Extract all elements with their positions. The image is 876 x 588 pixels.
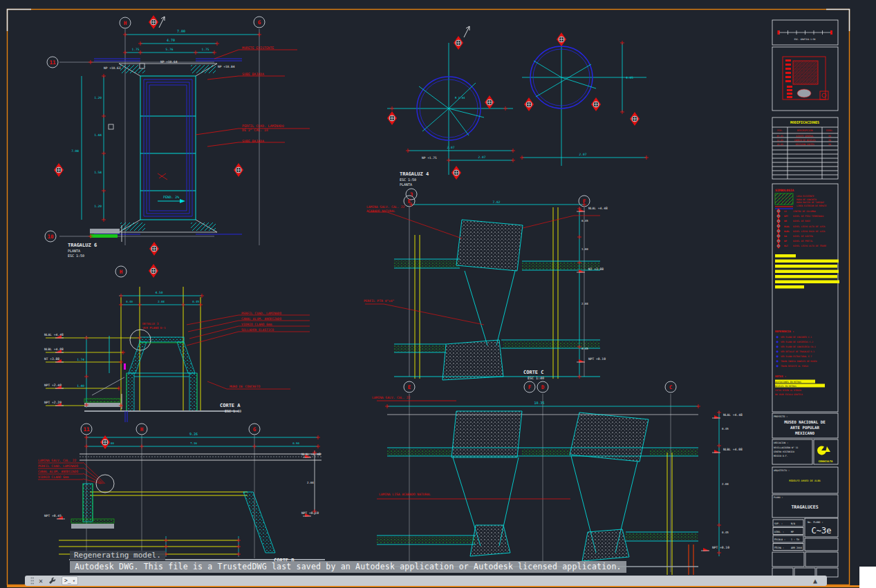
close-icon[interactable]: ✕ — [39, 576, 43, 586]
svg-text:REFERENCIA :: REFERENCIA : — [775, 330, 794, 333]
svg-text:REVISION CORTES: REVISION CORTES — [795, 143, 814, 146]
svg-text:PLANTA: PLANTA — [400, 182, 412, 187]
svg-text:20.03: 20.03 — [776, 143, 783, 146]
svg-text:TRAMA RESISTE AL FUEGO: TRAMA RESISTE AL FUEGO — [781, 365, 808, 368]
svg-text:VER PLANO DE CANCELERIA CA-1: VER PLANO DE CANCELERIA CA-1 — [781, 345, 816, 348]
collapse-arrow-icon[interactable]: ▲ — [813, 576, 817, 586]
svg-text:NIVEL DE PRETIL: NIVEL DE PRETIL — [793, 240, 813, 243]
svg-text:ESC 1:50: ESC 1:50 — [68, 254, 84, 258]
svg-text:NP +10.84: NP +10.84 — [218, 65, 235, 68]
command-line-bar[interactable]: ✕ >_ ▾ ▲ — [25, 576, 827, 586]
model-space-canvas[interactable]: TRAGALUZ 6PLANTAESC 1:507.004.701.755.76… — [0, 0, 876, 588]
svg-text:1.75: 1.75 — [202, 48, 209, 51]
svg-text:MUSEO NACIONAL DE: MUSEO NACIONAL DE — [784, 420, 826, 424]
svg-text:2.07: 2.07 — [478, 155, 486, 159]
svg-text:VIDRIO CLARO 6mm: VIDRIO CLARO 6mm — [241, 323, 272, 326]
drawing-circular-plan — [522, 38, 646, 166]
svg-text:ESCALA :: ESCALA : — [774, 538, 785, 541]
svg-text:10.35: 10.35 — [534, 401, 544, 405]
svg-text:DIBU. :: DIBU. : — [774, 531, 784, 533]
svg-text:LAMINA GALV. CAL. 22: LAMINA GALV. CAL. 22 — [38, 459, 77, 462]
prompt-icon: >_ — [64, 578, 71, 584]
svg-text:12.03: 12.03 — [776, 139, 783, 142]
svg-text:TRAGALUZ 4: TRAGALUZ 4 — [400, 171, 429, 177]
chevron-down-icon[interactable]: ▾ — [73, 578, 75, 584]
customize-wrench-icon[interactable] — [48, 576, 57, 585]
svg-text:ESC 1:50: ESC 1:50 — [400, 178, 416, 182]
svg-text:VER PLANO DE CONJUNTO C-1: VER PLANO DE CONJUNTO C-1 — [781, 336, 812, 339]
svg-text:2.07: 2.07 — [447, 146, 455, 149]
svg-text:MODIFICACIONES: MODIFICACIONES — [790, 120, 819, 124]
command-prompt-input[interactable]: >_ ▾ — [62, 576, 78, 585]
svg-text:CC: CC — [784, 210, 787, 213]
svg-text:SELLADOR ELASTICO: SELLADOR ELASTICO — [241, 328, 274, 332]
svg-text:NPT +2.20: NPT +2.20 — [44, 401, 62, 404]
svg-text:N/A: N/A — [791, 522, 795, 525]
svg-text:TRAGALUZ 6: TRAGALUZ 6 — [68, 243, 97, 248]
svg-text:NIVEL LECHO BAJO DE LOSA: NIVEL LECHO BAJO DE LOSA — [793, 230, 825, 233]
svg-text:CENTRO HISTORICO: CENTRO HISTORICO — [774, 451, 794, 453]
svg-text:1.00: 1.00 — [581, 247, 588, 251]
svg-text:5.76: 5.76 — [166, 48, 174, 51]
svg-text:NP +10.63: NP +10.63 — [104, 66, 121, 70]
svg-text:C: C — [669, 384, 673, 390]
svg-text:SUBE BAJADA: SUBE BAJADA — [242, 140, 264, 143]
svg-text:VER PLANO DE CUBIERTAS C-2: VER PLANO DE CUBIERTAS C-2 — [781, 341, 813, 343]
svg-text:TRAMA INDICA PANELES DE MUSEO: TRAMA INDICA PANELES DE MUSEO — [781, 360, 817, 363]
svg-text:NLBL +4.08: NLBL +4.08 — [723, 448, 743, 451]
svg-text:PLANTA: PLANTA — [68, 249, 80, 253]
drawing-corte-c — [365, 205, 600, 380]
svg-text:2.08: 2.08 — [158, 300, 165, 303]
svg-text:4.70: 4.70 — [167, 38, 175, 42]
svg-text:PERFIL CUAD. LAMINADO: PERFIL CUAD. LAMINADO — [38, 464, 78, 468]
svg-text:NLT: NLT — [784, 245, 788, 247]
svg-text:NPT +0.10: NPT +0.10 — [712, 546, 729, 549]
svg-text:F: F — [528, 384, 532, 390]
svg-text:ESC 1:40: ESC 1:40 — [528, 376, 544, 380]
svg-text:AJUSTE GENERAL: AJUSTE GENERAL — [796, 135, 813, 137]
svg-text:NIVEL DE AZOTEA: NIVEL DE AZOTEA — [793, 235, 813, 238]
svg-text:NLAL: NLAL — [784, 225, 790, 228]
svg-text:G: G — [253, 426, 257, 433]
svg-text:TRAGALUCES: TRAGALUCES — [791, 504, 818, 510]
svg-text:G: G — [258, 19, 261, 26]
svg-text:ACOTACIONES EN METROS: ACOTACIONES EN METROS — [775, 381, 801, 383]
svg-text:COTAS RIGEN AL DIBUJO: COTAS RIGEN AL DIBUJO — [775, 389, 801, 392]
svg-text:CANAL ALUM. ANODIZADO: CANAL ALUM. ANODIZADO — [241, 317, 281, 321]
svg-text:NIVEL DE PISO TERMINADO: NIVEL DE PISO TERMINADO — [793, 215, 823, 218]
svg-text:NIVEL LECHO ALTO DE LOSA: NIVEL LECHO ALTO DE LOSA — [793, 225, 825, 228]
svg-text:MURO DE CONCRETO: MURO DE CONCRETO — [796, 198, 817, 201]
drawing-tragaluz4-plan — [387, 26, 513, 175]
svg-text:E: E — [408, 384, 411, 390]
svg-text:NPT +0.45: NPT +0.45 — [44, 514, 62, 518]
svg-text:ESC 1:40: ESC 1:40 — [225, 409, 241, 413]
svg-text:H: H — [124, 20, 127, 26]
command-history-line: Regenerating model. — [70, 551, 165, 560]
svg-text:9.26: 9.26 — [189, 432, 198, 436]
svg-text:DIBU.: DIBU. — [826, 129, 833, 132]
svg-text:CANAL ALUM. ANODIZADO: CANAL ALUM. ANODIZADO — [38, 470, 78, 473]
svg-text:NOTAS :: NOTAS : — [775, 374, 786, 378]
drawing-corte-b — [38, 435, 325, 560]
svg-text:SUP. :: SUP. : — [774, 522, 783, 525]
svg-text:PERFIL PTR 4"x4": PERFIL PTR 4"x4" — [364, 299, 394, 303]
svg-text:1.20: 1.20 — [94, 205, 102, 208]
title-block-simbologia-hatch — [775, 193, 793, 209]
svg-text:2.08: 2.08 — [581, 302, 588, 305]
svg-text:NLAL +4.48: NLAL +4.48 — [301, 453, 321, 456]
svg-text:PROYECTO :: PROYECTO : — [774, 415, 788, 418]
svg-text:NIVEL DE BASE: NIVEL DE BASE — [793, 220, 810, 222]
drawing-corte-a — [46, 287, 310, 422]
svg-text:MURETE EXISTENTE: MURETE EXISTENTE — [242, 46, 274, 50]
svg-text:SIMBOLOGIA: SIMBOLOGIA — [775, 189, 794, 192]
svg-text:R 1.04: R 1.04 — [455, 96, 465, 99]
autocad-window: TRAGALUZ 6PLANTAESC 1:507.004.701.755.76… — [0, 0, 876, 588]
grip-handle-icon[interactable] — [30, 577, 34, 585]
svg-text:0.45: 0.45 — [581, 219, 588, 222]
svg-text:CORTE A: CORTE A — [220, 403, 241, 408]
svg-text:MP: MP — [791, 531, 794, 533]
svg-text:0.40: 0.40 — [126, 300, 133, 303]
svg-text:0.45: 0.45 — [722, 427, 729, 430]
svg-text:MURO MACIZO DE TABIQUE: MURO MACIZO DE TABIQUE — [796, 201, 824, 204]
svg-text:VER DETALLE DE TRAGALUZ D-3: VER DETALLE DE TRAGALUZ D-3 — [781, 350, 814, 353]
